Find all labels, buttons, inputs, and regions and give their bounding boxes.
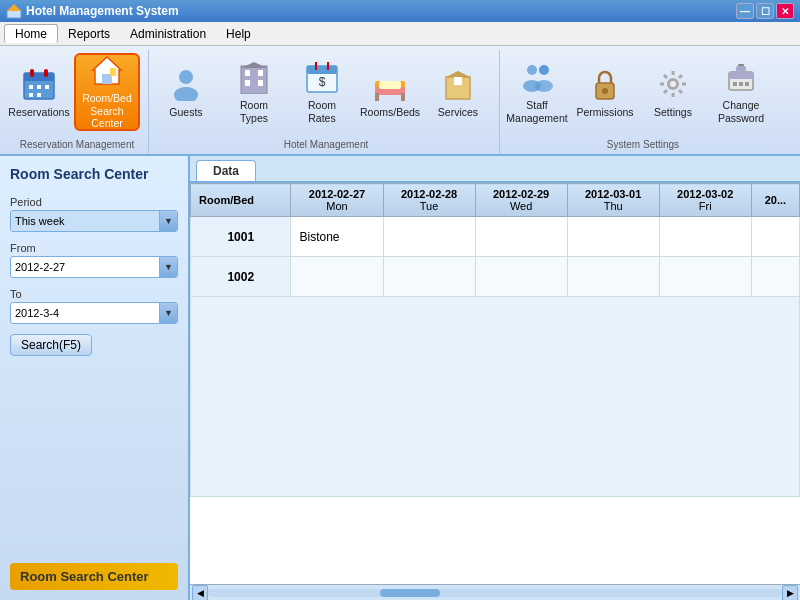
svg-line-49 [679,75,682,78]
main-content: Room Search Center Period ▼ From ▼ To ▼ … [0,156,800,600]
svg-line-47 [664,75,667,78]
guests-label: Guests [169,106,202,119]
scrollbar-thumb[interactable] [380,589,440,597]
cell-mon-1002 [291,257,383,297]
from-control: ▼ [10,256,178,278]
room-types-label: Room Types [240,99,268,124]
toolbar-group-system: Staff Management Permissions [504,50,782,154]
room-rates-button[interactable]: $ Room Rates [289,53,355,131]
left-panel: Room Search Center Period ▼ From ▼ To ▼ … [0,156,190,600]
package-icon [440,66,476,102]
svg-point-14 [179,70,193,84]
svg-rect-52 [729,72,753,79]
title-bar: Hotel Management System — ☐ ✕ [0,0,800,22]
menu-help[interactable]: Help [216,25,261,43]
reservations-button[interactable]: Reservations [6,53,72,131]
svg-point-40 [602,88,608,94]
password-icon [723,59,759,95]
col-mon: 2012-02-27Mon [291,184,383,217]
guests-button[interactable]: Guests [153,53,219,131]
to-label: To [10,288,178,300]
left-panel-footer: Room Search Center [10,563,178,590]
cell-wed-1001 [475,217,567,257]
cell-thu-1001 [567,217,659,257]
svg-rect-29 [375,93,379,101]
staff-management-button[interactable]: Staff Management [504,53,570,131]
svg-rect-9 [29,93,33,97]
to-control: ▼ [10,302,178,324]
settings-label: Settings [654,106,692,119]
svg-rect-8 [45,85,49,89]
title-icon [6,3,22,19]
to-input[interactable] [11,303,159,323]
toolbar-group-hotel: Guests Room Types [153,50,500,154]
svg-rect-17 [245,70,250,76]
menu-administration[interactable]: Administration [120,25,216,43]
staff-management-label: Staff Management [506,99,567,124]
tab-data[interactable]: Data [196,160,256,181]
period-control: ▼ [10,210,178,232]
people-icon [519,59,555,95]
room-bed-search-button[interactable]: Room/Bed Search Center [74,53,140,131]
scrollbar-track[interactable] [208,589,782,597]
grid-scrollbar[interactable]: ◀ ▶ [190,584,800,600]
scroll-right-button[interactable]: ▶ [782,585,798,601]
cell-tue-1002 [383,257,475,297]
toolbar: Reservations Room/Bed Search Center Rese… [0,46,800,156]
cell-fri-1002 [659,257,751,297]
period-label: Period [10,196,178,208]
svg-line-48 [679,90,682,93]
svg-point-35 [527,65,537,75]
svg-line-50 [664,90,667,93]
toolbar-group-reservation: Reservations Room/Bed Search Center Rese… [6,50,149,154]
services-button[interactable]: Services [425,53,491,131]
svg-marker-33 [446,71,470,77]
svg-rect-10 [37,93,41,97]
scroll-left-button[interactable]: ◀ [192,585,208,601]
table-row: 1002 [191,257,800,297]
room-bed-search-label: Room/Bed Search Center [78,92,136,130]
change-password-button[interactable]: Change Password [708,53,774,131]
permissions-button[interactable]: Permissions [572,53,638,131]
cell-extra-1001 [751,217,799,257]
cell-thu-1002 [567,257,659,297]
from-dropdown-btn[interactable]: ▼ [159,257,177,277]
svg-point-15 [174,87,198,101]
change-password-label: Change Password [718,99,764,124]
col-thu: 2012-03-01Thu [567,184,659,217]
grid-container[interactable]: Room/Bed 2012-02-27Mon 2012-02-28Tue 201… [190,183,800,584]
svg-rect-20 [258,80,263,86]
cell-tue-1001 [383,217,475,257]
svg-point-38 [535,80,553,92]
table-row-empty [191,297,800,497]
svg-rect-19 [245,80,250,86]
person-icon [168,66,204,102]
room-types-button[interactable]: Room Types [221,53,287,131]
menu-reports[interactable]: Reports [58,25,120,43]
cell-mon-1001: Bistone [291,217,383,257]
svg-marker-21 [241,62,267,68]
period-input[interactable] [11,211,159,231]
svg-rect-3 [24,73,54,81]
period-dropdown-btn[interactable]: ▼ [159,211,177,231]
room-rates-label: Room Rates [308,99,336,124]
search-button[interactable]: Search(F5) [10,334,92,356]
building-icon [236,59,272,95]
svg-rect-30 [401,93,405,101]
reservation-group-label: Reservation Management [6,139,148,150]
minimize-button[interactable]: — [736,3,754,19]
calendar2-icon: $ [304,59,340,95]
svg-rect-57 [736,66,746,72]
svg-rect-13 [110,68,116,76]
maximize-button[interactable]: ☐ [756,3,774,19]
from-input[interactable] [11,257,159,277]
close-button[interactable]: ✕ [776,3,794,19]
to-dropdown-btn[interactable]: ▼ [159,303,177,323]
cell-extra-1002 [751,257,799,297]
to-field: To ▼ [10,288,178,324]
gear-icon [655,66,691,102]
cell-wed-1002 [475,257,567,297]
rooms-beds-button[interactable]: Rooms/Beds [357,53,423,131]
settings-button[interactable]: Settings [640,53,706,131]
menu-home[interactable]: Home [4,24,58,43]
